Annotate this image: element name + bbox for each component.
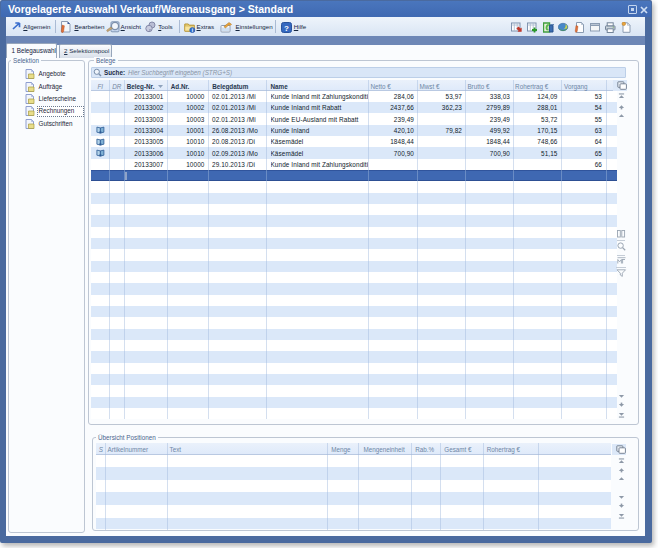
svg-text:?: ? xyxy=(284,23,289,32)
svg-text:i: i xyxy=(192,28,193,33)
